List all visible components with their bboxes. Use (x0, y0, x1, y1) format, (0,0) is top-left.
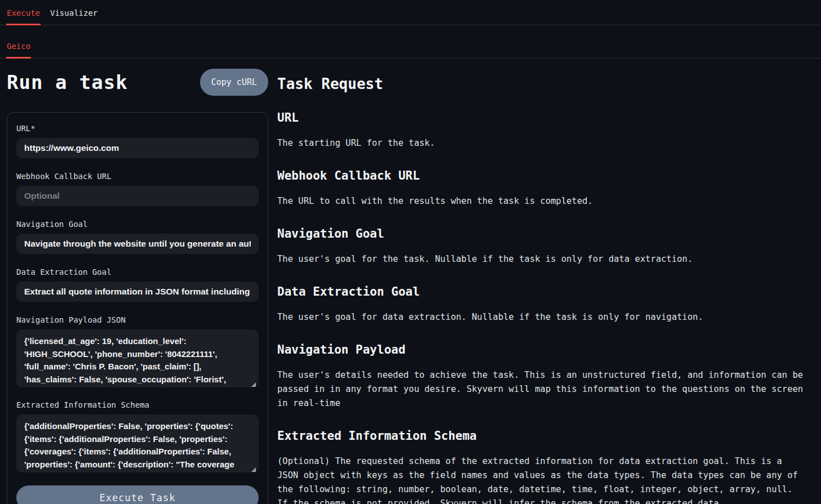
webhook-input[interactable] (16, 186, 259, 206)
tab-visualizer[interactable]: Visualizer (50, 8, 97, 25)
section-body: (Optional) The requested schema of the e… (277, 454, 806, 504)
data-extraction-goal-label: Data Extraction Goal (16, 267, 259, 276)
navigation-goal-label: Navigation Goal (16, 220, 259, 229)
section-heading: Webhook Callback URL (277, 169, 806, 182)
section-heading: Navigation Payload (277, 343, 806, 356)
tab-execute[interactable]: Execute (7, 8, 40, 25)
task-tab-bar: Geico (0, 25, 821, 59)
data-extraction-goal-field-group: Data Extraction Goal (16, 267, 259, 302)
execute-task-button[interactable]: Execute Task (16, 485, 259, 504)
navigation-payload-label: Navigation Payload JSON (16, 315, 259, 324)
section-body: The user's goal for the task. Nullable i… (277, 252, 806, 266)
section-body: The starting URL for the task. (277, 136, 806, 150)
main-tab-bar: Execute Visualizer (0, 0, 821, 25)
doc-section-url: URL The starting URL for the task. (277, 111, 806, 150)
main-content: Run a task Copy cURL URL* Webhook Callba… (0, 59, 821, 504)
extracted-schema-field-group: Extracted Information Schema {'additiona… (16, 400, 259, 475)
url-input[interactable] (16, 138, 259, 158)
doc-section-navigation-payload: Navigation Payload The user's details ne… (277, 343, 806, 411)
page-title: Run a task (7, 71, 128, 93)
webhook-field-group: Webhook Callback URL (16, 172, 259, 206)
task-form-panel: URL* Webhook Callback URL Navigation Goa… (7, 112, 268, 504)
url-field-group: URL* (16, 124, 259, 158)
doc-section-webhook: Webhook Callback URL The URL to call wit… (277, 169, 806, 208)
doc-section-data-extraction-goal: Data Extraction Goal The user's goal for… (277, 285, 806, 324)
navigation-goal-field-group: Navigation Goal (16, 220, 259, 254)
section-body: The user's details needed to achieve the… (277, 368, 806, 411)
url-label: URL* (16, 124, 259, 133)
run-task-header: Run a task Copy cURL (7, 69, 268, 96)
navigation-payload-textarea[interactable]: {'licensed_at_age': 19, 'education_level… (16, 329, 259, 387)
resize-handle-icon: {'additionalProperties': False, 'propert… (16, 414, 259, 475)
copy-curl-button[interactable]: Copy cURL (200, 69, 268, 96)
section-heading: URL (277, 111, 806, 124)
resize-handle-icon: {'licensed_at_age': 19, 'education_level… (16, 329, 259, 390)
extracted-schema-textarea[interactable]: {'additionalProperties': False, 'propert… (16, 414, 259, 472)
navigation-goal-input[interactable] (16, 234, 259, 254)
navigation-payload-field-group: Navigation Payload JSON {'licensed_at_ag… (16, 315, 259, 390)
doc-section-extracted-schema: Extracted Information Schema (Optional) … (277, 429, 806, 504)
data-extraction-goal-input[interactable] (16, 282, 259, 302)
webhook-label: Webhook Callback URL (16, 172, 259, 181)
run-task-column: Run a task Copy cURL URL* Webhook Callba… (7, 59, 268, 504)
section-heading: Data Extraction Goal (277, 285, 806, 298)
section-heading: Extracted Information Schema (277, 429, 806, 443)
subtab-geico[interactable]: Geico (7, 42, 30, 58)
doc-section-navigation-goal: Navigation Goal The user's goal for the … (277, 227, 806, 266)
task-request-title: Task Request (277, 75, 806, 92)
section-heading: Navigation Goal (277, 227, 806, 240)
extracted-schema-label: Extracted Information Schema (16, 400, 259, 409)
section-body: The URL to call with the results when th… (277, 194, 806, 208)
task-request-docs: Task Request URL The starting URL for th… (277, 59, 806, 504)
section-body: The user's goal for data extraction. Nul… (277, 310, 806, 324)
